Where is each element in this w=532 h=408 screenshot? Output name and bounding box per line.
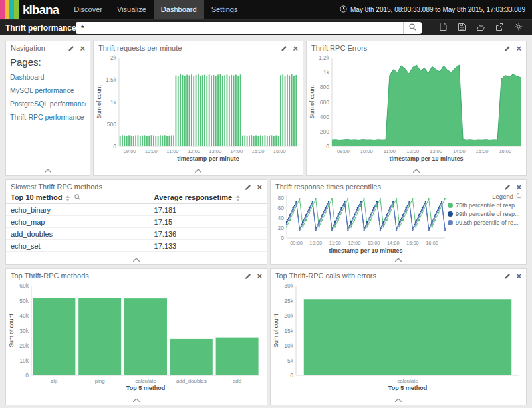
logo-stripe [9,0,14,19]
time-range-picker[interactable]: May 8th 2015, 08:03:33.089 to May 8th 20… [340,0,532,19]
edit-panel-icon[interactable] [245,184,251,190]
nav-link-mysql-performance[interactable]: MySQL performance [10,86,86,94]
svg-text:11:00: 11:00 [384,148,396,154]
svg-text:Sum of count: Sum of count [309,85,315,119]
legend-label: 99th percentile of resp... [456,211,520,217]
panel-actions: × [245,184,262,190]
nav-item-dashboard[interactable]: Dashboard [154,0,204,19]
nav-item-discover[interactable]: Discover [66,0,110,19]
panel-header: Thrift requests per minute × [94,41,303,52]
chart-response-times-percentiles[interactable]: 02040608009:0010:0011:0012:0013:0014:001… [271,191,448,255]
edit-panel-icon[interactable] [505,45,511,51]
nav-link-thrift-rpc-performance[interactable]: Thrift-RPC performance [10,113,86,121]
query-input[interactable] [76,22,403,34]
svg-text:13:00: 13:00 [368,240,380,246]
chart-thrift-requests-per-minute[interactable]: 05001k1.5k2k09:0010:0011:0012:0013:0014:… [94,52,303,166]
svg-text:0: 0 [281,235,284,241]
svg-text:500: 500 [107,121,116,128]
legend-color-dot [448,211,453,217]
kibana-logo[interactable]: kibana [0,0,66,19]
table-row: echo_map 17.15 [6,216,267,228]
cell-method: echo_map [6,216,150,228]
share-dashboard-button[interactable] [496,23,503,33]
close-panel-icon[interactable]: × [516,45,521,51]
collapse-panel-button[interactable] [94,166,303,175]
cell-responsetime: 17.15 [150,216,267,228]
close-panel-icon[interactable]: × [80,45,85,51]
dashboard-toolbar: Thrift performance [0,19,532,35]
close-panel-icon[interactable]: × [293,45,298,51]
panel-header: Thrift RPC Errors × [307,41,526,52]
edit-panel-icon[interactable] [505,273,511,279]
chart-thrift-rpc-errors[interactable]: 02004006008001k1.2k09:0010:0011:0012:001… [307,52,526,166]
legend-item[interactable]: 75th percentile of resp... [448,202,522,209]
panel-top-thrift-rpc-methods: Top Thrift-RPC methods × 010k20k30k40k50… [5,268,267,405]
svg-text:200: 200 [320,128,329,135]
collapse-panel-button[interactable] [6,395,267,405]
collapse-panel-button[interactable] [6,166,90,175]
brand-text: kibana [19,0,66,19]
panel-body: 05001k1.5k2k09:0010:0011:0012:0013:0014:… [94,52,303,166]
time-range-text: May 8th 2015, 08:03:33.089 to May 8th 20… [350,6,525,13]
svg-text:09:00: 09:00 [124,148,136,154]
legend-header[interactable]: Legend [448,193,522,200]
legend-toggle-icon[interactable] [516,193,522,200]
cell-responsetime: 17.181 [150,204,267,216]
close-panel-icon[interactable]: × [257,184,262,190]
column-header-responsetime[interactable]: Average responsetime [150,191,267,204]
collapse-panel-button[interactable] [6,255,267,264]
save-dashboard-button[interactable] [458,23,466,33]
collapse-panel-button[interactable] [307,166,526,175]
nav-item-visualize[interactable]: Visualize [110,0,154,19]
new-dashboard-button[interactable] [440,23,447,33]
panel-top-thrift-rpc-calls-with-errors: Top Thrift-RPC calls with errors × 05k10… [270,268,527,405]
column-search-icon[interactable] [74,193,80,201]
legend-item[interactable]: 99.5th percentile of re... [448,219,522,226]
collapse-panel-button[interactable] [271,255,526,264]
search-button[interactable] [403,22,422,34]
svg-text:10:00: 10:00 [360,148,373,154]
edit-panel-icon[interactable] [505,184,511,190]
chart-top-thrift-rpc-calls-with-errors[interactable]: 05k10k15k20k25k30kcalculateTop 5 methodS… [271,280,526,395]
panel-title: Thrift requests per minute [98,44,281,52]
sort-icon[interactable] [236,195,240,201]
navigation-panel-body: Pages: Dashboard MySQL performance Postg… [6,52,90,166]
svg-text:600: 600 [320,99,329,106]
svg-text:15:00: 15:00 [252,148,265,154]
svg-text:timestamp per minute: timestamp per minute [177,155,239,162]
panel-header: Top Thrift-RPC calls with errors × [271,269,526,280]
svg-text:15:00: 15:00 [476,148,489,154]
svg-text:calculate: calculate [135,378,156,384]
legend-label: 75th percentile of resp... [456,202,520,209]
legend-item[interactable]: 99th percentile of resp... [448,211,522,217]
folder-open-icon [477,23,485,33]
svg-text:10:00: 10:00 [145,148,158,154]
svg-text:10:00: 10:00 [309,240,322,246]
edit-panel-icon[interactable] [245,273,251,279]
svg-text:400: 400 [320,114,329,120]
svg-text:Sum of count: Sum of count [96,85,102,119]
sort-icon[interactable] [66,195,70,201]
close-panel-icon[interactable]: × [516,184,521,190]
svg-text:30k: 30k [284,282,293,289]
edit-panel-icon[interactable] [281,45,287,51]
nav-link-postgresql-performance[interactable]: PostgreSQL performance [10,100,86,108]
svg-text:5k: 5k [287,357,294,364]
svg-text:2k: 2k [110,54,117,61]
toolbar-icons [440,23,527,33]
nav-link-dashboard[interactable]: Dashboard [10,73,86,81]
svg-text:calculate: calculate [397,378,418,384]
svg-text:40: 40 [278,215,285,221]
column-header-method[interactable]: Top 10 method [6,191,150,204]
dashboard-row: Top Thrift-RPC methods × 010k20k30k40k50… [5,268,527,405]
close-panel-icon[interactable]: × [516,273,521,279]
svg-text:16:00: 16:00 [499,148,511,154]
nav-item-settings[interactable]: Settings [204,0,245,19]
edit-panel-icon[interactable] [68,45,74,51]
chart-top-thrift-rpc-methods[interactable]: 010k20k30k40k50k60kzippingcalculateadd_d… [6,280,267,395]
svg-text:10k: 10k [284,342,293,349]
collapse-panel-button[interactable] [271,395,526,405]
close-panel-icon[interactable]: × [257,273,262,279]
options-button[interactable] [515,23,523,33]
load-dashboard-button[interactable] [477,23,485,33]
